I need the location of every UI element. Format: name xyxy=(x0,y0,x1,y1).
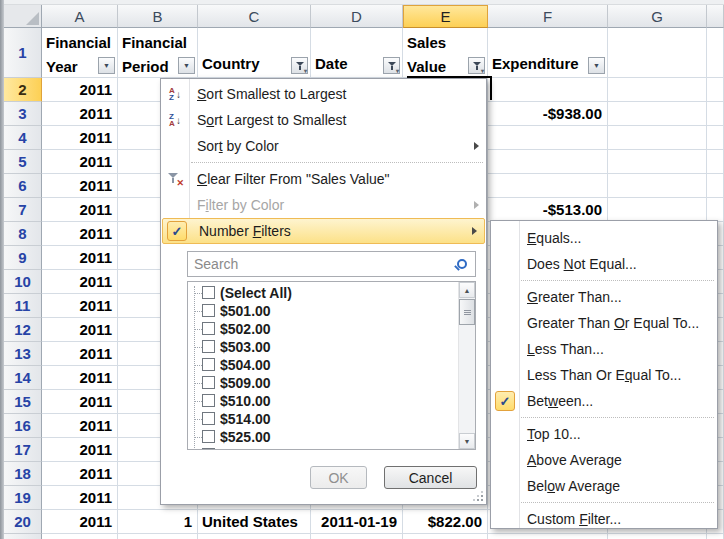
row-header-2[interactable]: 2 xyxy=(4,78,42,102)
row-header-16[interactable]: 16 xyxy=(4,414,42,438)
search-button[interactable] xyxy=(449,259,475,269)
row-header-10[interactable]: 10 xyxy=(4,270,42,294)
cell-A5[interactable]: 2011 xyxy=(42,150,118,174)
row-header-20[interactable]: 20 xyxy=(4,510,42,534)
row-header-4[interactable]: 4 xyxy=(4,126,42,150)
cell-A7[interactable]: 2011 xyxy=(42,198,118,222)
filter-applied-button-sales-value[interactable]: ▾ xyxy=(468,57,485,74)
checkbox-icon[interactable] xyxy=(202,412,215,425)
filter-dropdown-button-financial-year[interactable]: ▼ xyxy=(98,57,115,74)
search-input[interactable] xyxy=(188,256,449,272)
header-cell-date[interactable]: Date ▾ xyxy=(311,28,403,78)
row-header-7[interactable]: 7 xyxy=(4,198,42,222)
checkbox-icon[interactable] xyxy=(202,304,215,317)
cell-A3[interactable]: 2011 xyxy=(42,102,118,126)
header-cell-g[interactable] xyxy=(608,28,707,78)
submenu-item-equals[interactable]: Equals... xyxy=(491,225,717,251)
checkbox-icon[interactable] xyxy=(202,358,215,371)
checkbox-icon[interactable] xyxy=(202,376,215,389)
column-header-g[interactable]: G xyxy=(608,5,707,28)
cell-H2[interactable] xyxy=(707,78,724,102)
cell-A16[interactable]: 2011 xyxy=(42,414,118,438)
checkbox-icon[interactable] xyxy=(202,286,215,299)
cell-A12[interactable]: 2011 xyxy=(42,318,118,342)
row-header-14[interactable]: 14 xyxy=(4,366,42,390)
cell-F7[interactable]: -$513.00 xyxy=(488,198,608,222)
filter-value-item-3[interactable]: $503.00 xyxy=(188,338,475,356)
column-header-a[interactable]: A xyxy=(42,5,118,28)
column-header-e[interactable]: E xyxy=(403,5,488,28)
header-cell-sales-value[interactable]: Sales Value ▾ xyxy=(403,28,488,78)
cell-H5[interactable] xyxy=(707,150,724,174)
checkbox-icon[interactable] xyxy=(202,322,215,335)
scrollbar-thumb[interactable] xyxy=(459,299,475,325)
cell-A15[interactable]: 2011 xyxy=(42,390,118,414)
row-header-8[interactable]: 8 xyxy=(4,222,42,246)
row-header-1[interactable]: 1 xyxy=(4,28,42,78)
cancel-button[interactable]: Cancel xyxy=(384,466,477,489)
cell-A2[interactable]: 2011 xyxy=(42,78,118,102)
cell-F2[interactable] xyxy=(488,78,608,102)
submenu-item-between[interactable]: ✓ Between... xyxy=(491,388,717,414)
menu-item-number-filters[interactable]: ✓ Number Filters xyxy=(162,218,485,244)
submenu-item-custom-filter[interactable]: Custom Filter... xyxy=(491,506,717,532)
submenu-item-less-than[interactable]: Less Than... xyxy=(491,336,717,362)
cell-G5[interactable] xyxy=(608,150,707,174)
column-header-partial[interactable] xyxy=(707,5,724,28)
cell-G7[interactable] xyxy=(608,198,707,222)
scroll-up-icon[interactable]: ▲ xyxy=(459,282,475,298)
row-header-3[interactable]: 3 xyxy=(4,102,42,126)
row-header-11[interactable]: 11 xyxy=(4,294,42,318)
ok-button[interactable]: OK xyxy=(310,466,367,489)
row-header-15[interactable]: 15 xyxy=(4,390,42,414)
cell-G6[interactable] xyxy=(608,174,707,198)
filter-dropdown-button-financial-period[interactable]: ▼ xyxy=(178,57,195,74)
cell-A11[interactable]: 2011 xyxy=(42,294,118,318)
cell-G4[interactable] xyxy=(608,126,707,150)
cell-H6[interactable] xyxy=(707,174,724,198)
menu-item-sort-smallest-to-largest[interactable]: AZ ↓ Sort Smallest to Largest xyxy=(161,81,486,107)
column-header-b[interactable]: B xyxy=(118,5,198,28)
cell-G3[interactable] xyxy=(608,102,707,126)
cell-H4[interactable] xyxy=(707,126,724,150)
select-all-corner[interactable] xyxy=(4,5,42,28)
cell-A10[interactable]: 2011 xyxy=(42,270,118,294)
resize-grip[interactable] xyxy=(481,499,483,501)
submenu-item-below-average[interactable]: Below Average xyxy=(491,473,717,499)
cell-A4[interactable]: 2011 xyxy=(42,126,118,150)
checkbox-icon[interactable] xyxy=(202,340,215,353)
cell-H7[interactable] xyxy=(707,198,724,222)
menu-item-sort-largest-to-smallest[interactable]: ZA ↓ Sort Largest to Smallest xyxy=(161,107,486,133)
cell-A20[interactable]: 2011 xyxy=(42,510,118,534)
header-cell-country[interactable]: Country ▾ xyxy=(198,28,311,78)
submenu-item-greater-than-or-equal-to[interactable]: Greater Than Or Equal To... xyxy=(491,310,717,336)
row-header-18[interactable]: 18 xyxy=(4,462,42,486)
cell-A17[interactable]: 2011 xyxy=(42,438,118,462)
filter-dropdown-button-expenditure[interactable]: ▼ xyxy=(588,57,605,74)
filter-value-item-6[interactable]: $510.00 xyxy=(188,392,475,410)
menu-item-clear-filter[interactable]: ✕ Clear Filter From "Sales Value" xyxy=(161,166,486,192)
filter-value-item-8[interactable]: $525.00 xyxy=(188,428,475,446)
scrollbar[interactable]: ▲ ▼ xyxy=(458,282,475,449)
cell-A6[interactable]: 2011 xyxy=(42,174,118,198)
cell-F4[interactable] xyxy=(488,126,608,150)
cell-A13[interactable]: 2011 xyxy=(42,342,118,366)
cell-G2[interactable] xyxy=(608,78,707,102)
row-header-19[interactable]: 19 xyxy=(4,486,42,510)
submenu-item-less-than-or-equal-to[interactable]: Less Than Or Equal To... xyxy=(491,362,717,388)
row-header-9[interactable]: 9 xyxy=(4,246,42,270)
menu-item-sort-by-color[interactable]: Sort by Color xyxy=(161,133,486,159)
cell-A18[interactable]: 2011 xyxy=(42,462,118,486)
filter-value-item-5[interactable]: $509.00 xyxy=(188,374,475,392)
filter-value-item-7[interactable]: $514.00 xyxy=(188,410,475,428)
submenu-item-greater-than[interactable]: Greater Than... xyxy=(491,284,717,310)
filter-applied-button-date[interactable]: ▾ xyxy=(383,57,400,74)
row-header-17[interactable]: 17 xyxy=(4,438,42,462)
header-cell-financial-period[interactable]: Financial Period ▼ xyxy=(118,28,198,78)
cell-A14[interactable]: 2011 xyxy=(42,366,118,390)
cell-A19[interactable]: 2011 xyxy=(42,486,118,510)
filter-value-item-2[interactable]: $502.00 xyxy=(188,320,475,338)
cell-F5[interactable] xyxy=(488,150,608,174)
cell-F3[interactable]: -$938.00 xyxy=(488,102,608,126)
cell-E20[interactable]: $822.00 xyxy=(403,510,488,534)
